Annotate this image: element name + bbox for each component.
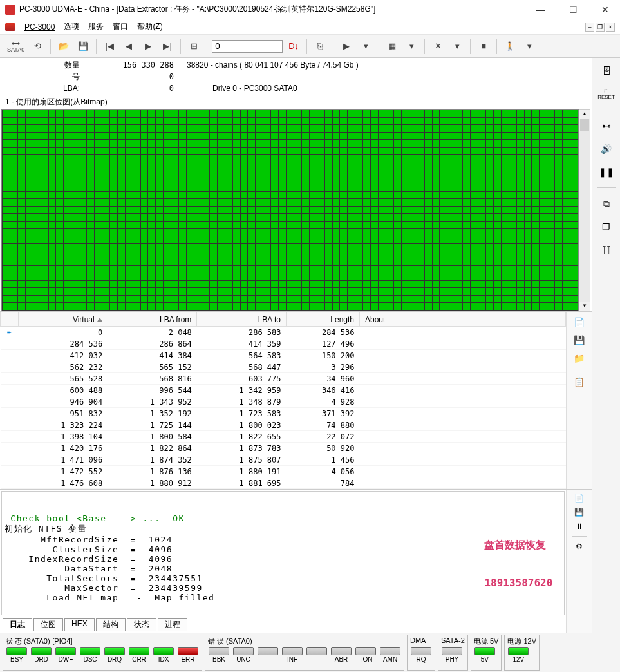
table-row[interactable]: 565 528568 816603 77534 960 (1, 373, 566, 385)
info-panel: 数量 156 330 288 38820 - chains ( 80 041 1… (0, 58, 592, 95)
next-button[interactable]: ▶ (140, 37, 156, 55)
table-row[interactable]: 1 323 2241 725 1441 800 02374 880 (1, 419, 566, 431)
db-icon[interactable]: 🗄 (597, 63, 615, 79)
titlebar: PC-3000 UDMA-E - China - [Data Extractor… (0, 0, 620, 19)
status-led: PHY (441, 647, 463, 663)
log-tab-0[interactable]: 日志 (3, 618, 32, 631)
layers-icon[interactable]: ❐ (597, 219, 615, 235)
chip-icon[interactable]: ⧉ (597, 196, 615, 211)
menu-services[interactable]: 服务 (88, 21, 104, 32)
col-about[interactable]: About (360, 312, 566, 327)
exit-dropdown[interactable]: ▾ (521, 37, 538, 55)
lba-go-button[interactable]: D↓ (285, 37, 302, 55)
table-row[interactable]: 562 232565 152568 4473 296 (1, 361, 566, 373)
status-led: BSY (6, 647, 28, 663)
close-button[interactable]: ✕ (596, 5, 615, 15)
menu-options[interactable]: 选项 (64, 21, 79, 32)
play-dropdown[interactable]: ▾ (357, 37, 374, 55)
status-led: DSC (79, 647, 101, 663)
matrix-dropdown[interactable]: ▾ (403, 37, 420, 55)
table-row[interactable]: 412 032414 384564 583150 200 (1, 350, 566, 361)
table-row[interactable]: 1 476 6081 880 9121 881 695784 (1, 477, 566, 489)
usb-icon[interactable]: ⊷ (597, 118, 615, 133)
table-row[interactable]: 1 472 5521 876 1361 880 1914 056 (1, 466, 566, 477)
refresh-button[interactable]: ⟲ (29, 37, 46, 55)
status-led (257, 647, 279, 663)
copy-chain-button[interactable]: 📋 (572, 376, 587, 389)
log-save-button[interactable]: 💾 (574, 508, 584, 517)
grid-toggle-button[interactable]: ⊞ (185, 37, 202, 55)
minimize-button[interactable]: — (531, 5, 550, 15)
table-row[interactable]: 951 8321 352 1921 723 583371 392 (1, 408, 566, 419)
menu-pc3000[interactable]: PC-3000 (24, 23, 55, 32)
log-new-button[interactable]: 📄 (574, 494, 584, 503)
play-button[interactable]: ▶ (338, 37, 355, 55)
sata-icon: ⟷ (12, 40, 20, 46)
table-row[interactable]: 1 420 1761 822 8641 873 78350 920 (1, 443, 566, 454)
log-tab-4[interactable]: 状态 (127, 618, 156, 631)
log-tab-1[interactable]: 位图 (33, 618, 63, 631)
log-pause-button[interactable]: ⏸ (576, 522, 583, 531)
last-button[interactable]: ▶| (159, 37, 176, 55)
open-button[interactable]: 📂 (55, 37, 72, 55)
scroll-thumb[interactable] (580, 119, 589, 131)
open-chain-button[interactable]: 📁 (572, 352, 587, 365)
status-led: ERR (177, 647, 199, 663)
matrix-button[interactable]: ▦ (384, 37, 400, 55)
bracket-icon[interactable]: ⟦⟧ (597, 242, 615, 258)
table-row[interactable]: 946 9041 343 9521 348 8794 928 (1, 396, 566, 408)
mdi-close-button[interactable]: × (606, 23, 615, 32)
col-lba-from[interactable]: LBA from (108, 312, 197, 327)
right-sidebar: 🗄 ⬚RESET ⊷ 🔊 ❚❚ ⧉ ❐ ⟦⟧ (592, 58, 620, 633)
status-led: 5V (474, 647, 496, 663)
tools-button[interactable]: ✕ (429, 37, 446, 55)
toolbar: ⟷ SATA0 ⟲ 📂 💾 |◀ ◀ ▶ ▶| ⊞ D↓ ⎘ ▶ ▾ ▦ ▾ ✕… (0, 35, 620, 58)
first-button[interactable]: |◀ (101, 37, 118, 55)
status-group-5: 电源 12V12V (504, 635, 540, 671)
add-chain-button[interactable]: 📄 (572, 316, 587, 329)
status-led (306, 647, 328, 663)
bitmap-scrollbar[interactable]: ▲ ▼ (579, 109, 590, 311)
scroll-up-icon[interactable]: ▲ (579, 110, 590, 119)
save-button[interactable]: 💾 (75, 37, 91, 55)
menu-window[interactable]: 窗口 (113, 21, 128, 32)
log-tab-3[interactable]: 结构 (96, 618, 126, 631)
col-virtual[interactable]: Virtual (19, 312, 108, 327)
speaker-icon[interactable]: 🔊 (597, 141, 615, 157)
status-led: TON (355, 647, 377, 663)
status-led: DRQ (104, 647, 126, 663)
mdi-minimize-button[interactable]: – (585, 23, 594, 32)
col-lba-to[interactable]: LBA to (197, 312, 287, 327)
exit-button[interactable]: 🚶 (502, 37, 518, 55)
sector-bitmap[interactable] (1, 109, 579, 311)
log-tab-5[interactable]: 进程 (158, 618, 187, 631)
lba-input[interactable] (212, 40, 283, 53)
stop-button[interactable]: ■ (475, 37, 492, 55)
table-row[interactable]: 1 398 1041 800 5841 822 65522 072 (1, 431, 566, 443)
pause-icon[interactable]: ❚❚ (597, 164, 615, 180)
window-title: PC-3000 UDMA-E - China - [Data Extractor… (19, 4, 531, 15)
col-icon[interactable] (1, 312, 19, 327)
prev-button[interactable]: ◀ (120, 37, 137, 55)
col-length[interactable]: Length (287, 312, 360, 327)
reset-button[interactable]: ⬚RESET (597, 86, 615, 102)
tools-dropdown[interactable]: ▾ (449, 37, 465, 55)
table-row[interactable]: 1 471 0961 874 3521 875 8071 456 (1, 454, 566, 466)
export-button[interactable]: ⎘ (312, 37, 328, 55)
sort-asc-icon (97, 318, 102, 322)
table-row[interactable]: ➨02 048286 583284 536 (1, 327, 566, 338)
table-row[interactable]: 600 488996 5441 342 959346 416 (1, 385, 566, 396)
log-side-toolbar: 📄 💾 ⏸ ⚙ (566, 490, 592, 633)
sata-button[interactable]: ⟷ SATA0 (5, 37, 26, 55)
log-tab-2[interactable]: HEX (64, 618, 95, 631)
status-group-1: 错 误 (SATA0)BBKUNCINFABRTONAMN (205, 635, 404, 671)
scroll-down-icon[interactable]: ▼ (579, 302, 590, 311)
save-chain-button[interactable]: 💾 (572, 334, 587, 347)
table-row[interactable]: 284 536286 864414 359127 496 (1, 338, 566, 350)
maximize-button[interactable]: ☐ (563, 5, 583, 15)
log-tabs: 日志位图HEX结构状态进程 (0, 617, 566, 633)
status-led: RQ (410, 647, 432, 663)
log-settings-button[interactable]: ⚙ (576, 542, 583, 551)
mdi-restore-button[interactable]: ❐ (596, 23, 605, 32)
menu-help[interactable]: 帮助(Z) (137, 21, 162, 32)
